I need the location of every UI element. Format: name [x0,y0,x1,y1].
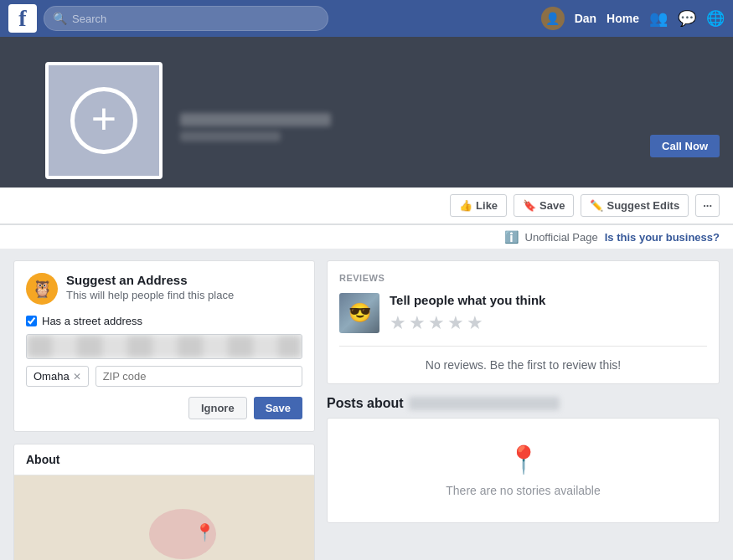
review-content: Tell people what you think ★ ★ ★ ★ ★ [390,293,545,334]
right-column: REVIEWS 😎 Tell people what you think ★ ★… [327,260,720,560]
address-input-blur[interactable] [26,334,302,359]
main-content: 🦉 Suggest an Address This will help peop… [0,249,733,560]
search-icon: 🔍 [53,12,67,25]
star-3[interactable]: ★ [428,312,445,334]
remove-city-button[interactable]: ✕ [73,371,81,383]
friends-icon[interactable]: 👥 [649,9,668,28]
nav-right: 👤 Dan Home 👥 💬 🌐 [541,7,725,30]
home-link[interactable]: Home [607,12,639,25]
left-column: 🦉 Suggest an Address This will help peop… [13,260,315,560]
reviewer-avatar: 😎 [339,293,379,333]
suggest-title: Suggest an Address [66,273,234,287]
posts-section: Posts about 📍 There are no stories avail… [327,396,720,523]
map-pin-icon: 📍 [194,522,215,542]
city-tag: Omaha ✕ [26,366,89,387]
location-pin-icon: 📍 [507,444,540,475]
suggest-header: 🦉 Suggest an Address This will help peop… [26,273,302,305]
no-reviews-text: No reviews. Be the first to review this! [339,346,707,372]
suggest-text: Suggest an Address This will help people… [66,273,234,301]
star-rating[interactable]: ★ ★ ★ ★ ★ [390,312,545,334]
like-button[interactable]: 👍 Like [450,194,507,217]
star-5[interactable]: ★ [467,312,483,334]
avatar[interactable]: 👤 [541,7,565,30]
about-card: About 📍 © Map Data [13,444,315,560]
star-4[interactable]: ★ [447,312,464,334]
city-value: Omaha [34,370,70,383]
review-row: 😎 Tell people what you think ★ ★ ★ ★ ★ [339,293,707,334]
suggest-address-card: 🦉 Suggest an Address This will help peop… [13,260,315,432]
unofficial-bar: ℹ️ Unofficial Page Is this your business… [0,224,733,249]
navbar: f 🔍 👤 Dan Home 👥 💬 🌐 [0,0,733,37]
page-sub-blur [180,131,281,141]
suggest-edits-button[interactable]: ✏️ Suggest Edits [581,194,689,217]
posts-title-blur [409,397,560,410]
thumbs-up-icon: 👍 [459,199,472,212]
save-button[interactable]: 🔖 Save [514,194,574,217]
ignore-button[interactable]: Ignore [188,397,247,419]
page-wrapper: Call Now 👍 Like 🔖 Save ✏️ Suggest Edits … [0,37,733,560]
business-link[interactable]: Is this your business? [605,231,720,244]
pencil-icon: ✏️ [590,199,603,212]
cover-actions: Call Now [650,135,720,157]
posts-title-prefix: Posts about [327,396,404,411]
more-options-button[interactable]: ··· [695,194,720,217]
checkbox-label: Has a street address [42,315,142,327]
reviewer-avatar-image: 😎 [339,293,379,333]
street-address-checkbox[interactable] [26,316,37,326]
globe-icon[interactable]: 🌐 [706,9,725,28]
messenger-icon[interactable]: 💬 [678,9,696,28]
save-address-button[interactable]: Save [254,397,302,419]
zip-input[interactable] [95,366,302,387]
posts-card: 📍 There are no stories available [327,418,720,523]
checkbox-row: Has a street address [26,315,302,327]
bookmark-icon: 🔖 [523,199,536,212]
about-title: About [14,444,314,475]
reviews-card: REVIEWS 😎 Tell people what you think ★ ★… [327,260,720,384]
posts-title-row: Posts about [327,396,720,411]
city-zip-row: Omaha ✕ [26,366,302,387]
about-map: 📍 [14,475,314,560]
info-icon: ℹ️ [504,230,519,244]
owl-icon: 🦉 [26,273,58,305]
no-stories-text: There are no stories available [446,484,600,497]
reviews-label: REVIEWS [339,273,707,283]
cover-name-area [180,113,331,141]
nav-username: Dan [575,12,596,25]
review-prompt: Tell people what you think [390,293,545,307]
search-input[interactable] [72,13,319,25]
call-now-button[interactable]: Call Now [650,135,720,157]
profile-picture [45,62,163,179]
star-1[interactable]: ★ [390,312,406,334]
suggest-actions: Ignore Save [26,397,302,419]
suggest-subtitle: This will help people find this place [66,289,234,301]
cover-section: Call Now [0,37,733,188]
action-bar: 👍 Like 🔖 Save ✏️ Suggest Edits ··· [0,188,733,224]
medical-cross-icon [70,87,137,154]
page-name-blur [180,113,331,126]
search-bar[interactable]: 🔍 [44,6,328,31]
facebook-logo[interactable]: f [8,4,37,33]
star-2[interactable]: ★ [409,312,426,334]
